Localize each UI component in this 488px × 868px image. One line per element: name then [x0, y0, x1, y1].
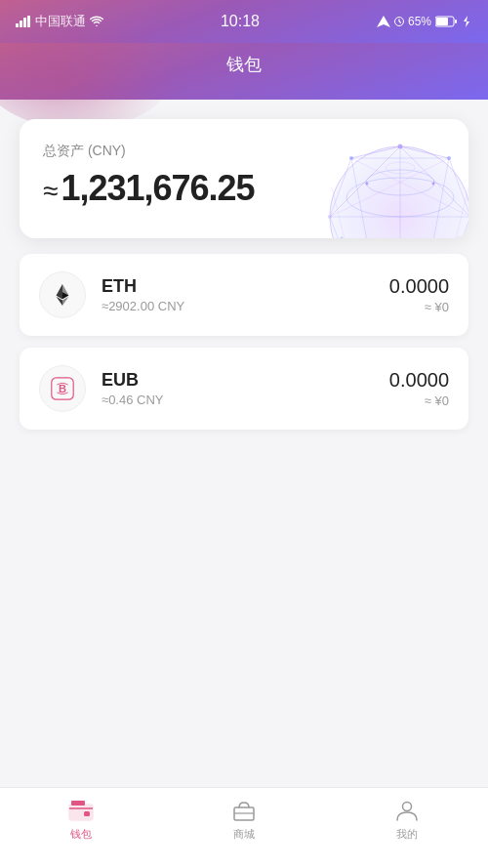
svg-rect-9 — [436, 18, 448, 25]
profile-tab-label: 我的 — [396, 827, 418, 842]
svg-point-46 — [366, 183, 369, 186]
eub-symbol: EUB — [102, 370, 389, 391]
tab-shop[interactable]: 商城 — [163, 798, 326, 842]
svg-rect-54 — [84, 811, 90, 816]
shop-tab-label: 商城 — [233, 827, 255, 842]
eth-cny-rate: ≈2902.00 CNY — [102, 299, 389, 313]
svg-marker-11 — [464, 16, 469, 27]
eth-info: ETH ≈2902.00 CNY — [102, 276, 389, 313]
svg-text:B: B — [59, 383, 66, 394]
shop-icon — [231, 800, 257, 821]
eth-icon — [52, 284, 73, 306]
tab-wallet[interactable]: 钱包 — [0, 798, 163, 842]
tab-bar: 钱包 商城 我的 — [0, 787, 488, 868]
coin-item-eub[interactable]: B EUB ≈0.46 CNY 0.0000 ≈ ¥0 — [20, 348, 468, 430]
shop-tab-icon — [231, 798, 257, 823]
coin-item-eth[interactable]: ETH ≈2902.00 CNY 0.0000 ≈ ¥0 — [20, 254, 468, 336]
asset-card: 总资产 (CNY) ≈1,231,676.25 — [20, 119, 468, 238]
card-approx-symbol: ≈ — [43, 176, 57, 206]
svg-point-38 — [447, 156, 451, 160]
eth-balance: 0.0000 — [389, 275, 449, 298]
svg-line-7 — [399, 21, 401, 23]
svg-point-36 — [398, 145, 403, 149]
svg-marker-4 — [377, 16, 390, 27]
page-title: 钱包 — [20, 53, 468, 76]
eub-cny-rate: ≈0.46 CNY — [102, 393, 389, 407]
battery-label: 65% — [408, 15, 431, 28]
eth-symbol: ETH — [102, 276, 389, 297]
status-time: 10:18 — [221, 13, 260, 30]
svg-point-37 — [349, 156, 353, 160]
eub-icon: B — [51, 377, 74, 400]
eub-balance: 0.0000 — [389, 369, 449, 392]
profile-icon — [394, 800, 420, 821]
eth-cny-value: ≈ ¥0 — [389, 300, 449, 314]
dome-decoration — [303, 129, 468, 238]
eub-amount-wrapper: 0.0000 ≈ ¥0 — [389, 369, 449, 408]
page-header: 钱包 — [0, 43, 488, 100]
charging-icon — [461, 16, 472, 27]
battery-icon — [435, 16, 457, 27]
svg-point-39 — [328, 215, 332, 219]
wallet-tab-label: 钱包 — [70, 827, 92, 842]
svg-rect-53 — [71, 801, 85, 806]
eub-info: EUB ≈0.46 CNY — [102, 370, 389, 407]
eth-icon-wrapper — [39, 271, 86, 318]
wallet-tab-icon — [68, 798, 94, 823]
svg-rect-10 — [455, 20, 457, 23]
eub-icon-wrapper: B — [39, 365, 86, 412]
alarm-icon — [394, 16, 404, 27]
location-icon — [377, 16, 390, 27]
card-amount-value: 1,231,676.25 — [61, 168, 254, 208]
card-wrapper: 总资产 (CNY) ≈1,231,676.25 — [0, 100, 488, 238]
eub-cny-value: ≈ ¥0 — [389, 393, 449, 408]
tab-profile[interactable]: 我的 — [325, 798, 488, 842]
wallet-icon — [68, 800, 94, 821]
profile-tab-icon — [394, 798, 420, 823]
coin-list: ETH ≈2902.00 CNY 0.0000 ≈ ¥0 B EUB ≈0.46… — [0, 238, 488, 430]
svg-point-47 — [432, 183, 435, 186]
svg-point-57 — [402, 803, 411, 811]
status-right: 65% — [377, 15, 472, 28]
eth-amount-wrapper: 0.0000 ≈ ¥0 — [389, 275, 449, 314]
